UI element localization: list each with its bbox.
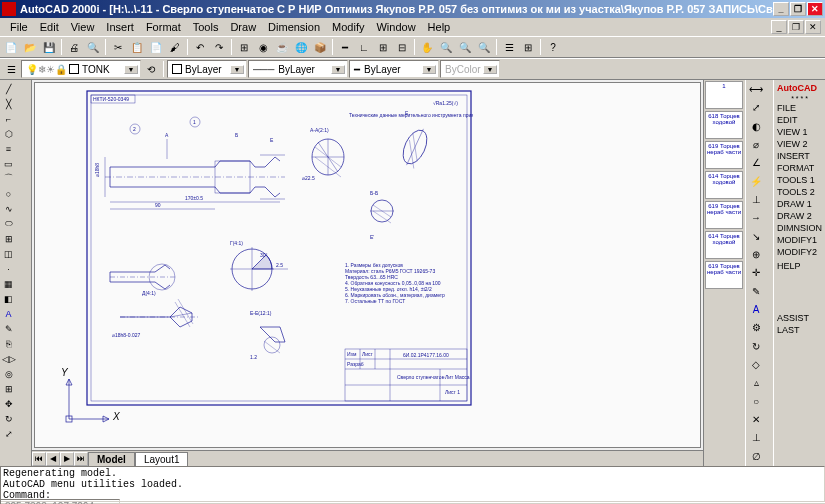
scale-tool[interactable]: ⤢ bbox=[1, 426, 16, 441]
pline-tool[interactable]: ⌐ bbox=[1, 111, 16, 126]
layer-combo[interactable]: 💡❄☀🔒 TONK bbox=[21, 60, 141, 78]
menu-window[interactable]: Window bbox=[370, 19, 421, 35]
tab-first-button[interactable]: ⏮ bbox=[32, 452, 46, 466]
cut-button[interactable]: ✂ bbox=[109, 38, 127, 56]
zoom-prev-button[interactable]: 🔍 bbox=[475, 38, 493, 56]
sm-modify2[interactable]: MODIFY2 bbox=[775, 246, 824, 258]
drawing-canvas[interactable]: НКТИ-520-0349 √Ra1.25(√) 170±0.5 bbox=[34, 82, 701, 448]
sm-insert[interactable]: INSERT bbox=[775, 150, 824, 162]
color-combo[interactable]: ByLayer bbox=[167, 60, 247, 78]
dimedit-tool[interactable]: ✎ bbox=[747, 283, 765, 300]
snap-mid-tool[interactable]: ▵ bbox=[747, 374, 765, 391]
tab-last-button[interactable]: ⏭ bbox=[74, 452, 88, 466]
redo-button[interactable]: ↷ bbox=[210, 38, 228, 56]
sm-last[interactable]: LAST bbox=[775, 324, 824, 336]
adcenter-button[interactable]: ⊞ bbox=[519, 38, 537, 56]
etransmit-button[interactable]: 📦 bbox=[311, 38, 329, 56]
snap-int-tool[interactable]: ✕ bbox=[747, 411, 765, 428]
open-button[interactable]: 📂 bbox=[21, 38, 39, 56]
dimtedit-tool[interactable]: A bbox=[747, 301, 765, 318]
command-line[interactable]: Regenerating model. AutoCAD menu utiliti… bbox=[0, 466, 825, 502]
offset-tool[interactable]: ◎ bbox=[1, 366, 16, 381]
undo-button[interactable]: ↶ bbox=[191, 38, 209, 56]
properties-button[interactable]: ☰ bbox=[500, 38, 518, 56]
plotstyle-combo[interactable]: ByColor bbox=[440, 60, 500, 78]
mirror-tool[interactable]: ◁▷ bbox=[1, 351, 16, 366]
dim-angular-tool[interactable]: ∠ bbox=[747, 154, 765, 171]
tab-model[interactable]: Model bbox=[88, 452, 135, 466]
tab-prev-button[interactable]: ◀ bbox=[46, 452, 60, 466]
point-tool[interactable]: · bbox=[1, 261, 16, 276]
menu-tools[interactable]: Tools bbox=[187, 19, 225, 35]
line-tool[interactable]: ╱ bbox=[1, 81, 16, 96]
save-button[interactable]: 💾 bbox=[40, 38, 58, 56]
dim-quick-tool[interactable]: ⚡ bbox=[747, 173, 765, 190]
dim-align-tool[interactable]: ⤢ bbox=[747, 99, 765, 116]
menu-format[interactable]: Format bbox=[140, 19, 187, 35]
sm-tools1[interactable]: TOOLS 1 bbox=[775, 174, 824, 186]
thumb-1[interactable]: 1 bbox=[705, 81, 743, 109]
polygon-tool[interactable]: ⬡ bbox=[1, 126, 16, 141]
match-prop-button[interactable]: 🖌 bbox=[166, 38, 184, 56]
doc-minimize-button[interactable]: _ bbox=[771, 20, 787, 34]
xline-tool[interactable]: ╳ bbox=[1, 96, 16, 111]
print-button[interactable]: 🖨 bbox=[65, 38, 83, 56]
sm-format[interactable]: FORMAT bbox=[775, 162, 824, 174]
layer-prev-button[interactable]: ⟲ bbox=[142, 60, 160, 78]
snap-cen-tool[interactable]: ○ bbox=[747, 393, 765, 410]
center-tool[interactable]: ✛ bbox=[747, 264, 765, 281]
pan-button[interactable]: ✋ bbox=[418, 38, 436, 56]
menu-insert[interactable]: Insert bbox=[100, 19, 140, 35]
tab-next-button[interactable]: ▶ bbox=[60, 452, 74, 466]
today-button[interactable]: ⊞ bbox=[235, 38, 253, 56]
dim-continue-tool[interactable]: → bbox=[747, 209, 765, 226]
rect-tool[interactable]: ▭ bbox=[1, 156, 16, 171]
copy-button[interactable]: 📋 bbox=[128, 38, 146, 56]
spline-tool[interactable]: ∿ bbox=[1, 201, 16, 216]
sm-modify1[interactable]: MODIFY1 bbox=[775, 234, 824, 246]
help-button[interactable]: ? bbox=[544, 38, 562, 56]
menu-modify[interactable]: Modify bbox=[326, 19, 370, 35]
mline-tool[interactable]: ≡ bbox=[1, 141, 16, 156]
tolerance-tool[interactable]: ⊕ bbox=[747, 246, 765, 263]
ucs-button[interactable]: ∟ bbox=[355, 38, 373, 56]
dim-baseline-tool[interactable]: ⊥ bbox=[747, 191, 765, 208]
copy-tool[interactable]: ⎘ bbox=[1, 336, 16, 351]
sm-help[interactable]: HELP bbox=[775, 260, 824, 272]
close-button[interactable]: ✕ bbox=[807, 2, 823, 16]
sm-view2[interactable]: VIEW 2 bbox=[775, 138, 824, 150]
erase-tool[interactable]: ✎ bbox=[1, 321, 16, 336]
thumb-7[interactable]: 619 Торцев нераб части bbox=[705, 261, 743, 289]
arc-tool[interactable]: ⌒ bbox=[1, 171, 16, 186]
meet-button[interactable]: ☕ bbox=[273, 38, 291, 56]
thumb-6[interactable]: 614 Торцев ходовой bbox=[705, 231, 743, 259]
snap-none-tool[interactable]: ∅ bbox=[747, 448, 765, 465]
zoom-win-button[interactable]: 🔍 bbox=[456, 38, 474, 56]
dist-button[interactable]: ━ bbox=[336, 38, 354, 56]
sm-draw1[interactable]: DRAW 1 bbox=[775, 198, 824, 210]
lineweight-combo[interactable]: ━ ByLayer bbox=[349, 60, 439, 78]
menu-dimension[interactable]: Dimension bbox=[262, 19, 326, 35]
publish-button[interactable]: 🌐 bbox=[292, 38, 310, 56]
paste-button[interactable]: 📄 bbox=[147, 38, 165, 56]
circle-tool[interactable]: ○ bbox=[1, 186, 16, 201]
plot-preview-button[interactable]: 🔍 bbox=[84, 38, 102, 56]
ellipse-tool[interactable]: ⬭ bbox=[1, 216, 16, 231]
insert-tool[interactable]: ⊞ bbox=[1, 231, 16, 246]
zoom-rt-button[interactable]: 🔍 bbox=[437, 38, 455, 56]
thumb-3[interactable]: 619 Торцев нераб части bbox=[705, 141, 743, 169]
array-tool[interactable]: ⊞ bbox=[1, 381, 16, 396]
menu-file[interactable]: File bbox=[4, 19, 34, 35]
thumb-4[interactable]: 614 Торцев ходовой bbox=[705, 171, 743, 199]
leader-tool[interactable]: ↘ bbox=[747, 228, 765, 245]
linetype-combo[interactable]: ─── ByLayer bbox=[248, 60, 348, 78]
menu-edit[interactable]: Edit bbox=[34, 19, 65, 35]
dim-radius-tool[interactable]: ◐ bbox=[747, 118, 765, 135]
sm-tools2[interactable]: TOOLS 2 bbox=[775, 186, 824, 198]
menu-view[interactable]: View bbox=[65, 19, 101, 35]
layer-manager-button[interactable]: ☰ bbox=[2, 60, 20, 78]
sm-dimnsion[interactable]: DIMNSION bbox=[775, 222, 824, 234]
menu-draw[interactable]: Draw bbox=[224, 19, 262, 35]
snap-end-tool[interactable]: ◇ bbox=[747, 356, 765, 373]
thumb-5[interactable]: 619 Торцев нераб части bbox=[705, 201, 743, 229]
